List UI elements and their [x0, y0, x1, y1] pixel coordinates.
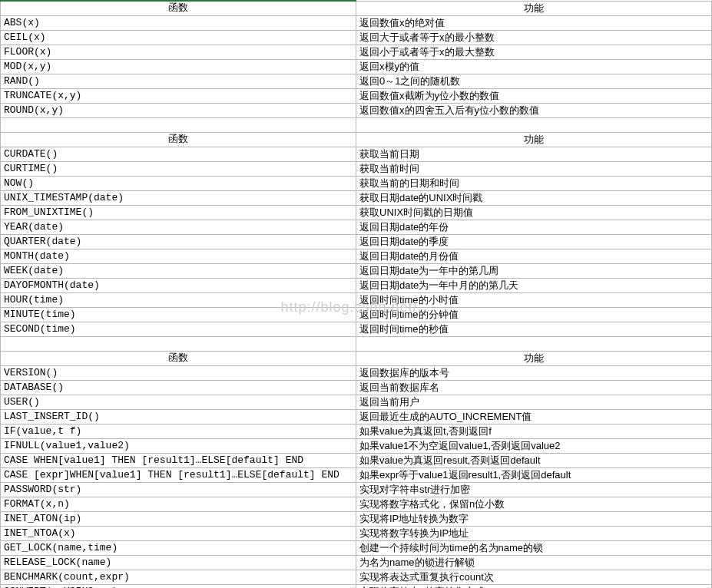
function-cell[interactable]: CURTIME()	[1, 162, 356, 177]
function-cell[interactable]: UNIX_TIMESTAMP(date)	[1, 191, 356, 206]
function-cell[interactable]: CEIL(x)	[1, 31, 356, 45]
section-header: 函数功能	[1, 352, 712, 366]
description-cell[interactable]: 返回数据库的版本号	[356, 366, 712, 381]
table-row: HOUR(time)返回时间time的小时值	[1, 293, 712, 308]
function-cell[interactable]: GET_LOCK(name,time)	[1, 541, 356, 556]
function-cell[interactable]: HOUR(time)	[1, 293, 356, 308]
table-row: NOW()获取当前的日期和时间	[1, 177, 712, 191]
function-cell[interactable]: SECOND(time)	[1, 322, 356, 337]
description-cell[interactable]: 获取当前日期	[356, 147, 712, 162]
description-cell[interactable]: 获取UNIX时间戳的日期值	[356, 206, 712, 220]
description-cell[interactable]: 为名为name的锁进行解锁	[356, 556, 712, 570]
function-cell[interactable]: WEEK(date)	[1, 264, 356, 279]
table-row: PASSWORD(str)实现对字符串str进行加密	[1, 483, 712, 497]
table-row: CURTIME()获取当前时间	[1, 162, 712, 177]
table-row: DAYOFMONTH(date)返回日期date为一年中月的的第几天	[1, 279, 712, 293]
description-cell[interactable]: 返回日期date为一年中的第几周	[356, 264, 712, 279]
function-cell[interactable]: ABS(x)	[1, 16, 356, 31]
table-row: CASE [expr]WHEN[value1] THEN [result1]…E…	[1, 468, 712, 483]
function-cell[interactable]: CURDATE()	[1, 147, 356, 162]
description-cell[interactable]: 如果value为真返回t,否则返回f	[356, 424, 712, 439]
header-function: 函数	[1, 133, 356, 147]
description-cell[interactable]: 返回数值x的四舍五入后有y位小数的数值	[356, 104, 712, 118]
description-cell[interactable]: 实现对字符串str进行加密	[356, 483, 712, 497]
function-cell[interactable]: DAYOFMONTH(date)	[1, 279, 356, 293]
table-row: QUARTER(date)返回日期date的季度	[1, 235, 712, 249]
description-cell[interactable]: 实现将字符串s的字符集变成cs	[356, 585, 712, 589]
description-cell[interactable]: 返回最近生成的AUTO_INCREMENT值	[356, 410, 712, 424]
description-cell[interactable]: 如果expr等于value1返回result1,否则返回default	[356, 468, 712, 483]
description-cell[interactable]: 实现将IP地址转换为数字	[356, 512, 712, 527]
function-cell[interactable]: RELEASE_LOCK(name)	[1, 556, 356, 570]
description-cell[interactable]: 返回时间time的分钟值	[356, 308, 712, 322]
description-cell[interactable]: 返回数值x截断为y位小数的数值	[356, 89, 712, 104]
description-cell[interactable]: 返回日期date为一年中月的的第几天	[356, 279, 712, 293]
description-cell[interactable]: 如果value1不为空返回value1,否则返回value2	[356, 439, 712, 454]
function-cell[interactable]: CASE WHEN[value1] THEN [result1]…ELSE[de…	[1, 454, 356, 468]
description-cell[interactable]: 如果value为真返回result,否则返回default	[356, 454, 712, 468]
function-cell[interactable]: ROUND(x,y)	[1, 104, 356, 118]
table-row: MINUTE(time)返回时间time的分钟值	[1, 308, 712, 322]
table-row: RAND()返回0～1之间的随机数	[1, 74, 712, 89]
function-cell[interactable]: FORMAT(x,n)	[1, 497, 356, 512]
description-cell[interactable]: 返回日期date的季度	[356, 235, 712, 249]
function-cell[interactable]: INET_ATON(ip)	[1, 512, 356, 527]
description-cell[interactable]: 返回日期date的月份值	[356, 249, 712, 264]
table-row: FORMAT(x,n)实现将数字格式化，保留n位小数	[1, 497, 712, 512]
table-row: RELEASE_LOCK(name)为名为name的锁进行解锁	[1, 556, 712, 570]
section-header: 函数功能	[1, 133, 712, 147]
header-description: 功能	[356, 352, 712, 366]
function-cell[interactable]: USER()	[1, 395, 356, 410]
description-cell[interactable]: 实现将数字格式化，保留n位小数	[356, 497, 712, 512]
table-row: UNIX_TIMESTAMP(date)获取日期date的UNIX时间戳	[1, 191, 712, 206]
description-cell[interactable]: 获取日期date的UNIX时间戳	[356, 191, 712, 206]
table-row: YEAR(date)返回日期date的年份	[1, 220, 712, 235]
table-row: ROUND(x,y)返回数值x的四舍五入后有y位小数的数值	[1, 104, 712, 118]
table-row: MONTH(date)返回日期date的月份值	[1, 249, 712, 264]
section-header: 函数功能	[1, 1, 712, 16]
table-row: GET_LOCK(name,time)创建一个持续时间为time的名为name的…	[1, 541, 712, 556]
function-cell[interactable]: MINUTE(time)	[1, 308, 356, 322]
function-cell[interactable]: YEAR(date)	[1, 220, 356, 235]
function-cell[interactable]: CASE [expr]WHEN[value1] THEN [result1]…E…	[1, 468, 356, 483]
table-row: FROM_UNIXTIME()获取UNIX时间戳的日期值	[1, 206, 712, 220]
function-cell[interactable]: FROM_UNIXTIME()	[1, 206, 356, 220]
description-cell[interactable]: 返回时间time的秒值	[356, 322, 712, 337]
function-cell[interactable]: VERSION()	[1, 366, 356, 381]
function-cell[interactable]: IF(value,t f)	[1, 424, 356, 439]
function-cell[interactable]: RAND()	[1, 74, 356, 89]
table-row: USER()返回当前用户	[1, 395, 712, 410]
function-cell[interactable]: INET_NTOA(x)	[1, 527, 356, 541]
table-row: CASE WHEN[value1] THEN [result1]…ELSE[de…	[1, 454, 712, 468]
function-cell[interactable]: MOD(x,y)	[1, 60, 356, 74]
description-cell[interactable]: 实现将表达式重复执行count次	[356, 570, 712, 585]
function-cell[interactable]: TRUNCATE(x,y)	[1, 89, 356, 104]
description-cell[interactable]: 返回0～1之间的随机数	[356, 74, 712, 89]
table-row: IFNULL(value1,value2)如果value1不为空返回value1…	[1, 439, 712, 454]
description-cell[interactable]: 返回日期date的年份	[356, 220, 712, 235]
function-cell[interactable]: LAST_INSERT_ID()	[1, 410, 356, 424]
description-cell[interactable]: 返回大于或者等于x的最小整数	[356, 31, 712, 45]
description-cell[interactable]: 获取当前的日期和时间	[356, 177, 712, 191]
description-cell[interactable]: 返回时间time的小时值	[356, 293, 712, 308]
description-cell[interactable]: 创建一个持续时间为time的名为name的锁	[356, 541, 712, 556]
description-cell[interactable]: 返回当前数据库名	[356, 381, 712, 395]
description-cell[interactable]: 实现将数字转换为IP地址	[356, 527, 712, 541]
function-cell[interactable]: QUARTER(date)	[1, 235, 356, 249]
function-cell[interactable]: NOW()	[1, 177, 356, 191]
function-cell[interactable]: IFNULL(value1,value2)	[1, 439, 356, 454]
function-cell[interactable]: FLOOR(x)	[1, 45, 356, 60]
table-row: TRUNCATE(x,y)返回数值x截断为y位小数的数值	[1, 89, 712, 104]
table-row: INET_ATON(ip)实现将IP地址转换为数字	[1, 512, 712, 527]
description-cell[interactable]: 返回小于或者等于x的最大整数	[356, 45, 712, 60]
description-cell[interactable]: 返回x模y的值	[356, 60, 712, 74]
description-cell[interactable]: 获取当前时间	[356, 162, 712, 177]
function-cell[interactable]: MONTH(date)	[1, 249, 356, 264]
function-cell[interactable]: BENCHMARK(count,expr)	[1, 570, 356, 585]
function-cell[interactable]: DATABASE()	[1, 381, 356, 395]
function-cell[interactable]: CONVERT(s USING cs)	[1, 585, 356, 589]
function-cell[interactable]: PASSWORD(str)	[1, 483, 356, 497]
table-row: DATABASE()返回当前数据库名	[1, 381, 712, 395]
description-cell[interactable]: 返回当前用户	[356, 395, 712, 410]
description-cell[interactable]: 返回数值x的绝对值	[356, 16, 712, 31]
